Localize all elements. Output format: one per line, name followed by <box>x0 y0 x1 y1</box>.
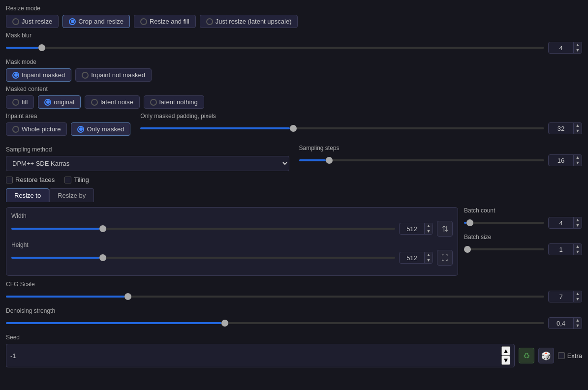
height-slider[interactable] <box>11 253 395 263</box>
batch-size-input[interactable] <box>549 244 573 255</box>
cfg-scale-up[interactable]: ▲ <box>574 291 582 297</box>
sampling-steps-input[interactable] <box>549 155 573 166</box>
sampling-steps-number[interactable]: ▲ ▼ <box>548 154 582 166</box>
sampling-steps-section: Sampling steps ▲ ▼ <box>299 145 583 171</box>
mask-blur-thumb[interactable] <box>38 44 45 51</box>
width-thumb[interactable] <box>99 225 106 232</box>
width-input[interactable] <box>400 224 424 234</box>
only-masked-padding-thumb[interactable] <box>290 125 297 132</box>
denoising-strength-slider[interactable] <box>6 318 544 328</box>
option-inpaint-not-masked[interactable]: Inpaint not masked <box>75 68 152 82</box>
seed-up[interactable]: ▲ <box>501 346 510 356</box>
width-up[interactable]: ▲ <box>425 223 433 229</box>
option-just-resize[interactable]: Just resize <box>6 15 59 28</box>
height-input[interactable] <box>400 253 424 263</box>
radio-latent-noise <box>91 99 98 106</box>
denoising-strength-input[interactable] <box>549 318 573 329</box>
batch-size-row: ▲ ▼ <box>464 243 582 255</box>
swap-dimensions-button[interactable]: ⇅ <box>437 221 453 237</box>
option-original[interactable]: original <box>38 95 81 109</box>
batch-count-row: ▲ ▼ <box>464 217 582 229</box>
sampling-steps-slider[interactable] <box>299 155 545 165</box>
batch-count-number[interactable]: ▲ ▼ <box>548 217 582 229</box>
tiling-checkbox[interactable] <box>64 177 71 183</box>
seed-section: Seed ▲ ▼ ♻ 🎲 Extra <box>6 334 582 367</box>
mask-blur-number[interactable]: ▲ ▼ <box>548 42 582 54</box>
option-resize-and-fill[interactable]: Resize and fill <box>134 15 196 28</box>
only-masked-padding-row: ▲ ▼ <box>140 122 582 134</box>
sampling-steps-down[interactable]: ▼ <box>574 160 582 166</box>
batch-count-thumb[interactable] <box>466 219 473 226</box>
batch-count-up[interactable]: ▲ <box>574 217 582 223</box>
recycle-seed-button[interactable]: ♻ <box>519 348 534 363</box>
height-down[interactable]: ▼ <box>425 258 433 263</box>
option-just-resize-latent[interactable]: Just resize (latent upscale) <box>200 15 298 28</box>
cfg-scale-thumb[interactable] <box>124 293 131 300</box>
tab-resize-by[interactable]: Resize by <box>49 188 94 202</box>
batch-count-input[interactable] <box>549 218 573 228</box>
mask-blur-down[interactable]: ▼ <box>574 48 582 53</box>
denoising-strength-down[interactable]: ▼ <box>574 323 582 329</box>
dice-seed-button[interactable]: 🎲 <box>538 348 554 363</box>
extra-checkbox[interactable] <box>558 352 565 359</box>
cfg-scale-number[interactable]: ▲ ▼ <box>548 291 582 302</box>
radio-only-masked <box>77 126 84 133</box>
mask-blur-input[interactable] <box>549 43 573 53</box>
mask-blur-slider-container[interactable] <box>6 43 544 53</box>
only-masked-padding-down[interactable]: ▼ <box>574 128 582 134</box>
sampling-steps-up[interactable]: ▲ <box>574 155 582 160</box>
seed-input[interactable] <box>10 352 501 360</box>
denoising-strength-track <box>6 322 544 324</box>
batch-size-down[interactable]: ▼ <box>574 249 582 255</box>
radio-original <box>44 99 51 106</box>
only-masked-padding-slider[interactable] <box>140 123 544 133</box>
sampling-method-select[interactable]: DPM++ SDE Karras Euler a DDIM DPM++ 2M K… <box>6 156 289 171</box>
mask-blur-up[interactable]: ▲ <box>574 42 582 48</box>
width-down[interactable]: ▼ <box>425 229 433 234</box>
sampling-steps-thumb[interactable] <box>326 157 333 164</box>
denoising-strength-thumb[interactable] <box>221 320 228 327</box>
height-row: ▲ ▼ ⛶ <box>11 250 453 266</box>
mask-blur-spinners: ▲ ▼ <box>573 42 582 53</box>
cfg-scale-down[interactable]: ▼ <box>574 297 582 302</box>
aspect-ratio-button[interactable]: ⛶ <box>437 250 453 266</box>
option-whole-picture[interactable]: Whole picture <box>6 122 67 136</box>
denoising-strength-up[interactable]: ▲ <box>574 318 582 323</box>
extra-checkbox-item[interactable]: Extra <box>558 352 582 360</box>
sampling-steps-track <box>299 159 545 161</box>
only-masked-padding-number[interactable]: ▲ ▼ <box>548 122 582 134</box>
height-up[interactable]: ▲ <box>425 252 433 258</box>
restore-faces-item[interactable]: Restore faces <box>6 176 55 183</box>
option-fill[interactable]: fill <box>6 95 34 109</box>
width-track <box>11 228 395 230</box>
batch-count-down[interactable]: ▼ <box>574 223 582 228</box>
seed-input-box[interactable]: ▲ ▼ <box>6 344 515 367</box>
only-masked-padding-up[interactable]: ▲ <box>574 123 582 128</box>
tiling-label: Tiling <box>74 176 89 183</box>
cfg-scale-input[interactable] <box>549 292 573 302</box>
width-slider[interactable] <box>11 224 395 234</box>
cfg-scale-slider[interactable] <box>6 292 544 301</box>
restore-faces-checkbox[interactable] <box>6 177 13 183</box>
denoising-strength-number[interactable]: ▲ ▼ <box>548 317 582 329</box>
batch-size-slider[interactable] <box>464 244 544 254</box>
option-latent-nothing[interactable]: latent nothing <box>144 95 204 109</box>
batch-size-up[interactable]: ▲ <box>574 244 582 249</box>
width-number[interactable]: ▲ ▼ <box>399 223 433 235</box>
option-latent-noise[interactable]: latent noise <box>85 95 140 109</box>
batch-size-number[interactable]: ▲ ▼ <box>548 243 582 255</box>
option-inpaint-masked[interactable]: Inpaint masked <box>6 68 71 82</box>
inpaint-area-row: Inpaint area Whole picture Only masked O… <box>6 113 582 140</box>
batch-size-thumb[interactable] <box>464 246 471 253</box>
tab-resize-to[interactable]: Resize to <box>6 188 49 202</box>
tiling-item[interactable]: Tiling <box>64 176 89 183</box>
radio-inpaint-masked <box>12 72 19 79</box>
cfg-scale-spinners: ▲ ▼ <box>573 291 582 302</box>
height-thumb[interactable] <box>99 254 106 261</box>
only-masked-padding-input[interactable] <box>549 123 573 134</box>
option-crop-and-resize[interactable]: Crop and resize <box>62 15 130 28</box>
height-number[interactable]: ▲ ▼ <box>399 252 433 264</box>
option-only-masked[interactable]: Only masked <box>71 122 130 136</box>
batch-count-slider[interactable] <box>464 218 544 228</box>
seed-down[interactable]: ▼ <box>501 356 510 365</box>
